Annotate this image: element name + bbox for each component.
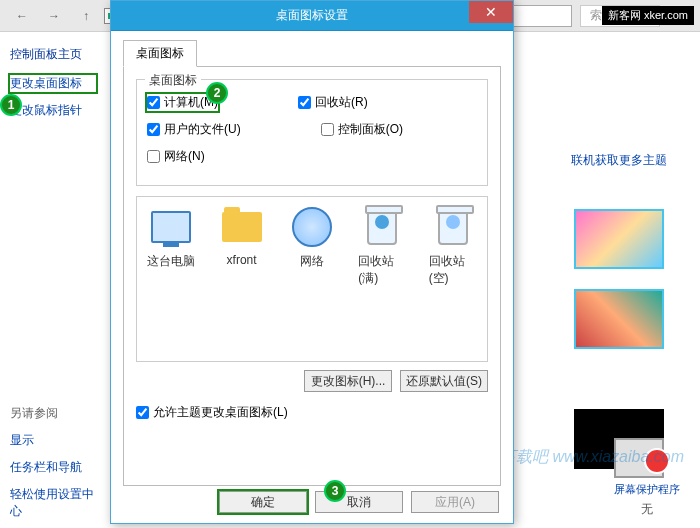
checkbox-userfiles[interactable]: 用户的文件(U) — [147, 121, 241, 138]
sidebar-link-change-mouse-pointer[interactable]: 更改鼠标指针 — [10, 102, 96, 119]
checkbox-recycle[interactable]: 回收站(R) — [298, 94, 368, 111]
sidebar-link-change-desktop-icons[interactable]: 更改桌面图标 — [10, 75, 96, 92]
ok-button[interactable]: 确定 — [219, 491, 307, 513]
tab-desktop-icons[interactable]: 桌面图标 — [123, 40, 197, 67]
network-icon — [292, 207, 332, 247]
annotation-badge-3: 3 — [324, 480, 346, 502]
icon-item-network[interactable]: 网络 — [288, 207, 336, 270]
screensaver-label: 屏幕保护程序 — [614, 482, 680, 497]
icon-item-xfront[interactable]: xfront — [217, 207, 265, 267]
checkbox-allow-theme[interactable]: 允许主题更改桌面图标(L) — [136, 404, 488, 421]
see-also-taskbar[interactable]: 任务栏和导航 — [10, 459, 96, 476]
see-also-label: 另请参阅 — [10, 405, 96, 422]
back-arrow-icon[interactable]: ← — [8, 4, 36, 28]
group-label: 桌面图标 — [145, 72, 201, 89]
folder-icon — [222, 212, 262, 242]
see-also-display[interactable]: 显示 — [10, 432, 96, 449]
icon-item-bin-empty[interactable]: 回收站(空) — [429, 207, 477, 287]
online-themes-link[interactable]: 联机获取更多主题 — [544, 152, 694, 169]
screensaver-block[interactable]: 屏幕保护程序 无 — [614, 438, 680, 518]
icon-preview-grid: 这台电脑 xfront 网络 回收站(满) 回收站(空) — [136, 196, 488, 362]
up-arrow-icon[interactable]: ↑ — [72, 4, 100, 28]
dialog-titlebar: 桌面图标设置 ✕ — [111, 1, 513, 31]
screensaver-icon — [614, 438, 664, 478]
restore-defaults-button[interactable]: 还原默认值(S) — [400, 370, 488, 392]
icon-item-bin-full[interactable]: 回收站(满) — [358, 207, 406, 287]
close-icon[interactable]: ✕ — [469, 1, 513, 23]
annotation-badge-1: 1 — [0, 94, 22, 116]
watermark-label: 新客网 xker.com — [602, 6, 694, 25]
forward-arrow-icon[interactable]: → — [40, 4, 68, 28]
theme-thumbnail-2[interactable] — [574, 289, 664, 349]
desktop-icon-settings-dialog: 桌面图标设置 ✕ 桌面图标 桌面图标 计算机(M) 回收站(R) 用户的文件(U… — [110, 0, 514, 524]
desktop-icons-group: 桌面图标 计算机(M) 回收站(R) 用户的文件(U) 控制面板(O) 网络(N… — [136, 79, 488, 186]
tab-panel: 桌面图标 计算机(M) 回收站(R) 用户的文件(U) 控制面板(O) 网络(N… — [123, 66, 501, 486]
apply-button[interactable]: 应用(A) — [411, 491, 499, 513]
icon-item-computer[interactable]: 这台电脑 — [147, 207, 195, 270]
checkbox-controlpanel[interactable]: 控制面板(O) — [321, 121, 403, 138]
dialog-title-text: 桌面图标设置 — [276, 7, 348, 24]
change-icon-button[interactable]: 更改图标(H)... — [304, 370, 392, 392]
checkbox-network[interactable]: 网络(N) — [147, 148, 205, 165]
computer-icon — [151, 211, 191, 243]
recycle-empty-icon — [438, 209, 468, 245]
see-also-ease[interactable]: 轻松使用设置中心 — [10, 486, 96, 520]
annotation-badge-2: 2 — [206, 82, 228, 104]
screensaver-value: 无 — [614, 501, 680, 518]
recycle-full-icon — [367, 209, 397, 245]
theme-thumbnail-1[interactable] — [574, 209, 664, 269]
sidebar-title: 控制面板主页 — [10, 46, 96, 63]
